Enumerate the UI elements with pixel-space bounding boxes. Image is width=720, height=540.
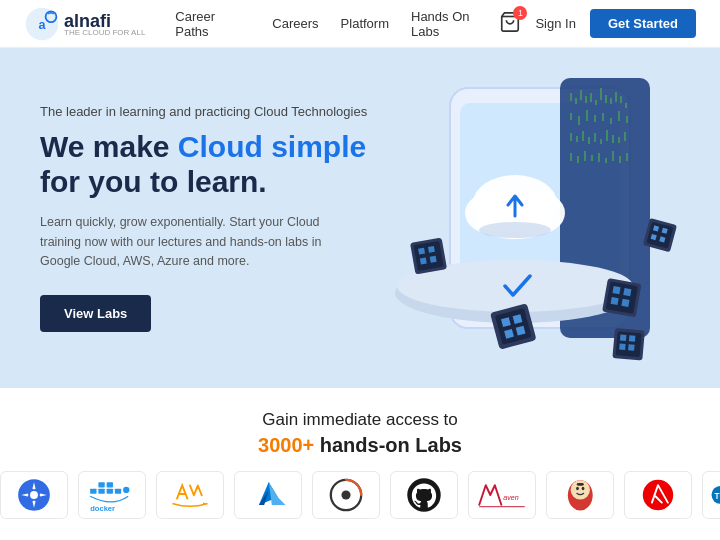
navbar: a alnafi THE CLOUD FOR ALL Career Paths … <box>0 0 720 48</box>
svg-rect-68 <box>623 288 631 296</box>
svg-text:docker: docker <box>90 504 115 513</box>
svg-text:TC: TC <box>714 492 720 501</box>
hero-title: We make Cloud simple for you to learn. <box>40 129 410 200</box>
svg-rect-73 <box>620 335 627 342</box>
svg-rect-33 <box>606 130 608 141</box>
svg-rect-69 <box>611 297 619 305</box>
svg-rect-11 <box>590 93 592 102</box>
svg-rect-41 <box>598 153 600 162</box>
svg-rect-43 <box>612 151 614 161</box>
svg-rect-38 <box>577 156 579 163</box>
svg-rect-31 <box>594 133 596 142</box>
below-title: Gain immediate access to <box>0 410 720 430</box>
hero-description: Learn quickly, grow exponentially. Start… <box>40 213 350 271</box>
svg-rect-14 <box>605 95 607 103</box>
svg-rect-67 <box>612 286 620 294</box>
hero-title-plain: We make <box>40 130 178 163</box>
svg-rect-66 <box>606 281 638 313</box>
tech-item-jenkins[interactable] <box>546 471 614 519</box>
logo-icon: a <box>24 6 60 42</box>
svg-rect-19 <box>570 113 572 120</box>
sign-in-button[interactable]: Sign In <box>535 16 575 31</box>
hero-illustration <box>360 58 700 388</box>
svg-rect-61 <box>418 248 425 255</box>
svg-rect-85 <box>90 489 96 494</box>
svg-rect-7 <box>570 93 572 101</box>
svg-text:a: a <box>38 17 46 31</box>
svg-rect-76 <box>628 344 635 351</box>
svg-point-91 <box>123 487 129 493</box>
tech-item-maven[interactable]: aven <box>468 471 536 519</box>
svg-rect-88 <box>106 482 112 487</box>
svg-rect-8 <box>575 98 577 104</box>
svg-rect-42 <box>605 158 607 163</box>
nav-career-paths[interactable]: Career Paths <box>175 9 250 39</box>
below-count: 3000+ hands-on Labs <box>0 434 720 457</box>
hero-title-highlight: Cloud simple <box>178 130 366 163</box>
svg-rect-35 <box>618 137 620 143</box>
logo[interactable]: a alnafi THE CLOUD FOR ALL <box>24 6 145 42</box>
svg-rect-70 <box>621 299 629 307</box>
svg-rect-72 <box>616 331 642 357</box>
svg-rect-24 <box>610 118 612 124</box>
svg-rect-22 <box>594 115 596 122</box>
svg-rect-63 <box>420 257 427 264</box>
svg-rect-13 <box>600 88 602 100</box>
cart-button[interactable]: 1 <box>499 11 521 37</box>
nav-links: Career Paths Careers Platform Hands On L… <box>175 9 499 39</box>
svg-rect-75 <box>619 343 626 350</box>
svg-point-50 <box>479 222 551 238</box>
hero-svg <box>360 58 700 388</box>
svg-rect-36 <box>624 132 626 141</box>
tech-item-kubernetes[interactable] <box>0 471 68 519</box>
svg-rect-90 <box>98 482 104 487</box>
svg-rect-86 <box>98 489 104 494</box>
below-hero-section: Gain immediate access to 3000+ hands-on … <box>0 388 720 519</box>
svg-rect-28 <box>576 136 578 142</box>
svg-rect-87 <box>106 489 112 494</box>
cart-badge: 1 <box>513 6 527 20</box>
get-started-button[interactable]: Get Started <box>590 9 696 38</box>
nav-platform[interactable]: Platform <box>341 16 389 31</box>
svg-point-84 <box>30 491 38 499</box>
svg-rect-16 <box>615 92 617 102</box>
nav-right: 1 Sign In Get Started <box>499 9 696 38</box>
hero-title-end: for you to learn. <box>40 165 267 198</box>
nav-hands-on-labs[interactable]: Hands On Labs <box>411 9 499 39</box>
tech-item-aws[interactable] <box>156 471 224 519</box>
svg-rect-18 <box>625 103 627 108</box>
svg-point-100 <box>581 487 584 490</box>
view-labs-button[interactable]: View Labs <box>40 295 151 332</box>
below-count-number: 3000+ <box>258 434 314 456</box>
tech-item-teamcity[interactable]: TC TeamCity <box>702 471 720 519</box>
logo-sub: THE CLOUD FOR ALL <box>64 28 145 37</box>
svg-rect-44 <box>619 156 621 163</box>
svg-rect-64 <box>430 256 437 263</box>
svg-rect-23 <box>602 113 604 121</box>
tech-item-circleci[interactable] <box>312 471 380 519</box>
hero-content: The leader in learning and practicing Cl… <box>40 104 410 333</box>
tech-item-docker[interactable]: docker <box>78 471 146 519</box>
hero-section: The leader in learning and practicing Cl… <box>0 48 720 388</box>
nav-careers[interactable]: Careers <box>272 16 318 31</box>
svg-text:aven: aven <box>503 494 518 502</box>
svg-rect-20 <box>578 116 580 125</box>
svg-rect-39 <box>584 151 586 161</box>
svg-point-94 <box>341 490 350 499</box>
hero-tagline: The leader in learning and practicing Cl… <box>40 104 410 119</box>
tech-item-ansible[interactable] <box>624 471 692 519</box>
tech-item-azure[interactable] <box>234 471 302 519</box>
svg-point-99 <box>576 487 579 490</box>
tech-item-github[interactable] <box>390 471 458 519</box>
svg-rect-89 <box>115 489 121 494</box>
svg-rect-26 <box>626 116 628 123</box>
svg-rect-60 <box>413 241 443 271</box>
svg-rect-10 <box>585 96 587 103</box>
svg-rect-29 <box>582 131 584 141</box>
svg-rect-15 <box>610 98 612 104</box>
svg-rect-25 <box>618 111 620 121</box>
svg-rect-17 <box>620 96 622 103</box>
tech-strip: docker <box>0 457 720 519</box>
svg-rect-9 <box>580 90 582 100</box>
svg-rect-30 <box>588 137 590 144</box>
